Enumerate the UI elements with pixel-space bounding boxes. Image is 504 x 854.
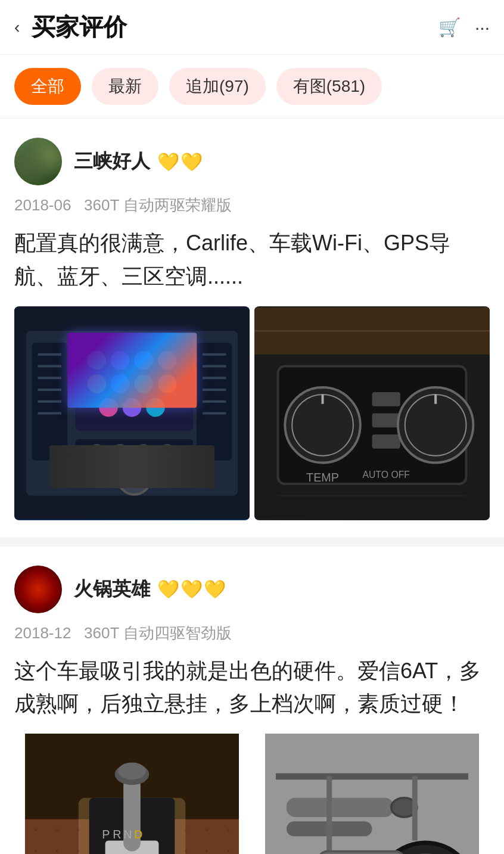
- svg-point-17: [158, 374, 177, 393]
- svg-point-19: [123, 398, 142, 417]
- svg-rect-88: [319, 852, 405, 854]
- svg-text:P: P: [102, 828, 110, 841]
- review-image[interactable]: TEMP AUTO OFF: [254, 306, 490, 520]
- review-text: 这个车最吸引我的就是出色的硬件。爱信6AT，多成熟啊，后独立悬挂，多上档次啊，素…: [14, 654, 490, 721]
- username: 三峡好人: [74, 148, 150, 175]
- svg-point-16: [134, 374, 153, 393]
- svg-point-10: [87, 350, 106, 369]
- review-meta: 2018-12 360T 自动四驱智劲版: [14, 623, 490, 644]
- svg-point-18: [99, 398, 118, 417]
- review-date: 2018-06: [14, 196, 71, 214]
- svg-rect-21: [76, 439, 194, 463]
- filter-bar: 全部 最新 追加(97) 有图(581): [0, 55, 504, 119]
- svg-rect-42: [372, 392, 400, 406]
- review-image[interactable]: P R N D: [14, 734, 250, 854]
- svg-point-13: [158, 350, 177, 369]
- review-text: 配置真的很满意，Carlife、车载Wi-Fi、GPS导航、蓝牙、三区空调...…: [14, 226, 490, 293]
- review-item: 三峡好人 💛💛 2018-06 360T 自动两驱荣耀版 配置真的很满意，Car…: [0, 119, 504, 546]
- image-grid: TEMP AUTO OFF: [14, 306, 490, 520]
- filter-with-image[interactable]: 有图(581): [276, 68, 382, 105]
- filter-additional[interactable]: 追加(97): [169, 68, 266, 105]
- page-title: 买家评价: [32, 11, 438, 44]
- review-spec: 360T 自动两驱荣耀版: [84, 196, 232, 214]
- svg-point-15: [111, 374, 130, 393]
- user-row: 三峡好人 💛💛: [14, 138, 490, 185]
- svg-rect-9: [76, 337, 194, 431]
- filter-latest[interactable]: 最新: [92, 68, 158, 105]
- review-spec: 360T 自动四驱智劲版: [84, 624, 232, 642]
- svg-point-12: [134, 350, 153, 369]
- svg-point-22: [89, 443, 104, 458]
- cart-icon[interactable]: 🛒: [438, 17, 461, 38]
- svg-point-23: [113, 443, 127, 458]
- svg-text:D: D: [134, 828, 142, 841]
- svg-point-25: [160, 443, 175, 458]
- review-meta: 2018-06 360T 自动两驱荣耀版: [14, 195, 490, 216]
- review-list: 三峡好人 💛💛 2018-06 360T 自动两驱荣耀版 配置真的很满意，Car…: [0, 119, 504, 854]
- svg-rect-43: [372, 413, 400, 427]
- svg-point-24: [136, 443, 151, 458]
- review-date: 2018-12: [14, 624, 71, 642]
- svg-text:R: R: [113, 828, 121, 841]
- medals: 💛💛: [157, 151, 204, 172]
- avatar: [14, 566, 62, 613]
- svg-text:TEMP: TEMP: [306, 471, 339, 484]
- svg-point-26: [118, 461, 151, 494]
- avatar: [14, 138, 62, 185]
- filter-all[interactable]: 全部: [14, 68, 81, 105]
- header: ‹ 买家评价 🛒 ···: [0, 0, 504, 55]
- svg-text:N: N: [123, 828, 132, 841]
- user-row: 火锅英雄 💛💛💛: [14, 566, 490, 613]
- back-button[interactable]: ‹: [14, 18, 20, 37]
- review-item: 火锅英雄 💛💛💛 2018-12 360T 自动四驱智劲版 这个车最吸引我的就是…: [0, 546, 504, 854]
- review-image[interactable]: [14, 306, 250, 520]
- svg-rect-72: [287, 798, 394, 817]
- header-actions: 🛒 ···: [438, 17, 490, 38]
- username: 火锅英雄: [74, 576, 150, 603]
- svg-point-20: [146, 398, 165, 417]
- more-icon[interactable]: ···: [475, 17, 490, 38]
- review-image[interactable]: [254, 734, 490, 854]
- svg-point-59: [118, 763, 146, 780]
- svg-text:AUTO  OFF: AUTO OFF: [362, 470, 410, 480]
- medals: 💛💛💛: [157, 579, 227, 600]
- svg-point-14: [87, 374, 106, 393]
- svg-rect-44: [372, 434, 400, 449]
- image-grid: P R N D: [14, 734, 490, 854]
- svg-point-11: [111, 350, 130, 369]
